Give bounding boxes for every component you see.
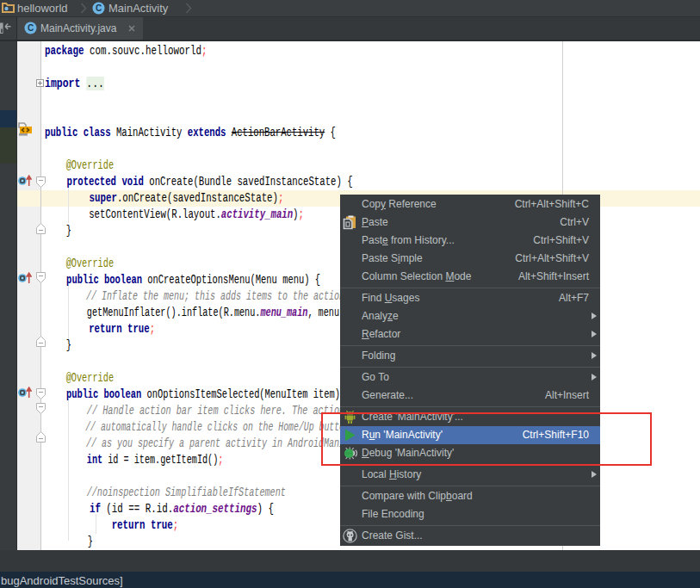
svg-text:C: C (28, 23, 34, 33)
svg-text:C: C (96, 3, 102, 13)
